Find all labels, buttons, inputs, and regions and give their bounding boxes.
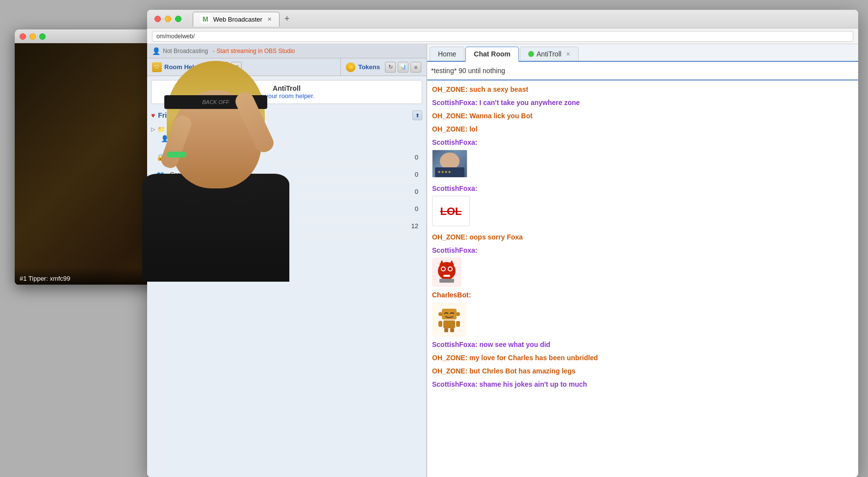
message-3: OH_ZONE: Wanna lick you Bot [432,111,853,121]
projector-close-button[interactable] [20,33,26,40]
start-streaming-link[interactable]: - Start streaming in OBS Studio [213,48,295,54]
tab-chat-room[interactable]: Chat Room [465,47,519,62]
spy-value: 0 [406,188,418,195]
robot-svg [434,305,464,334]
msg-8-image [432,258,853,287]
browser-minimize-button[interactable] [165,16,171,22]
address-text: om/modelweb/ [156,33,195,40]
message-9: CharlesBot: [432,290,853,337]
msg-4-text: lol [469,125,477,133]
user-icon: 👤 [152,47,160,55]
mfcshare-value: 0 [406,205,418,212]
message-5: ScottishFoxa: ★★★★ [432,137,853,181]
svg-rect-13 [444,328,448,332]
token-list-button[interactable]: ≡ [410,62,421,73]
wristband [167,152,186,158]
projector-maximize-button[interactable] [39,33,46,40]
tokens-section: 🪙 Tokens ↻ 📊 ≡ [341,58,426,76]
msg-11-user: OH_ZONE: [432,354,469,362]
tab-m-logo: M [201,15,210,24]
heart-icon: ♥ [151,111,155,119]
chat-tabs: Home Chat Room AntiTroll ✕ [427,44,858,62]
bandana-text: BACK OFF [202,99,229,105]
lol-image: LOL [432,196,470,226]
msg-13-text: shame his jokes ain't up to much [479,380,587,388]
svg-rect-15 [438,321,442,327]
politician-stars: ★★★★ [437,169,451,175]
tipper-text: #1 Tipper: xmfc99 [20,275,70,282]
msg-9-image [432,302,853,337]
msg-6-image: LOL [432,196,853,229]
svg-marker-6 [439,260,444,265]
tab-home[interactable]: Home [430,47,464,61]
politician-img-bg: ★★★★ [433,150,467,177]
chat-input[interactable] [431,65,854,77]
svg-rect-5 [443,275,450,277]
tab-web-broadcaster[interactable]: M Web Broadcaster ✕ [193,12,280,26]
msg-10-text: now see what you did [479,341,550,348]
folder-expand-icon: ▷ [151,126,155,132]
not-broadcasting-text: Not Broadcasting [163,48,208,54]
tab-antitroll[interactable]: AntiTroll ✕ [520,47,579,61]
svg-rect-16 [456,321,460,327]
friends-collapse-button[interactable]: ⬆ [412,110,422,120]
tokens-label: Tokens [358,63,380,71]
msg-13-user: ScottishFoxa: [432,380,479,388]
robot-image [432,302,466,337]
group-value: 0 [406,171,418,178]
monster-svg [434,260,459,285]
private-value: 0 [406,154,418,161]
message-7: OH_ZONE: oops sorry Foxa [432,232,853,242]
msg-11-text: my love for Charles has been unbridled [469,354,598,362]
politician-image: ★★★★ [432,150,467,178]
refresh-tokens-button[interactable]: ↻ [385,62,396,73]
msg-8-user: ScottishFoxa: [432,246,478,254]
msg-12-text: but Chrles Bot has amazing legs [469,367,575,375]
tokens-toolbar: ↻ 📊 ≡ [385,62,421,73]
msg-1-text: such a sexy beast [469,85,528,93]
antitroll-tab-label: AntiTroll [536,50,562,58]
message-13: ScottishFoxa: shame his jokes ain't up t… [432,379,853,390]
svg-rect-8 [439,279,454,283]
antitroll-status-dot [528,51,534,57]
new-tab-button[interactable]: + [281,14,294,24]
folder-icon: 📁 [157,126,165,133]
token-chart-button[interactable]: 📊 [398,62,408,73]
svg-rect-12 [443,320,455,328]
message-4: OH_ZONE: lol [432,124,853,134]
msg-2-text: I can't take you anywhere zone [479,99,580,106]
browser-tab-bar: M Web Broadcaster ✕ + [193,10,293,28]
tokens-icon: 🪙 [346,62,356,72]
msg-7-user: OH_ZONE: [432,233,469,241]
msg-12-user: OH_ZONE: [432,367,469,375]
msg-1-user: OH_ZONE: [432,85,469,93]
tips-value: 12 [406,222,418,230]
tab-web-broadcaster-label: Web Broadcaster [213,16,262,23]
message-11: OH_ZONE: my love for Charles has been un… [432,353,853,363]
chat-input-area[interactable] [427,62,858,80]
msg-9-user: CharlesBot: [432,291,471,299]
browser-close-button[interactable] [154,16,161,22]
msg-3-text: Wanna lick you Bot [469,112,533,120]
projector-minimize-button[interactable] [29,33,36,40]
msg-2-user: ScottishFoxa: [432,99,479,106]
message-8: ScottishFoxa: [432,245,853,287]
svg-point-11 [456,312,460,316]
address-bar[interactable]: om/modelweb/ [152,31,853,42]
message-6: ScottishFoxa: LOL [432,184,853,229]
body [142,174,289,282]
svg-point-10 [438,312,442,316]
room-help-icon: 🛡 [152,62,162,72]
chat-area: Home Chat Room AntiTroll ✕ OH_ZONE: [427,44,858,477]
antitroll-close-icon[interactable]: ✕ [566,51,570,57]
tab-close-button[interactable]: ✕ [267,16,272,23]
browser-maximize-button[interactable] [175,16,181,22]
svg-point-3 [442,267,445,270]
message-12: OH_ZONE: but Chrles Bot has amazing legs [432,366,853,376]
svg-point-4 [449,267,452,270]
home-tab-label: Home [438,50,456,58]
monster-image [432,258,461,287]
not-broadcasting-bar: 👤 Not Broadcasting - Start streaming in … [147,44,426,58]
msg-6-user: ScottishFoxa: [432,185,478,192]
msg-3-user: OH_ZONE: [432,112,469,120]
